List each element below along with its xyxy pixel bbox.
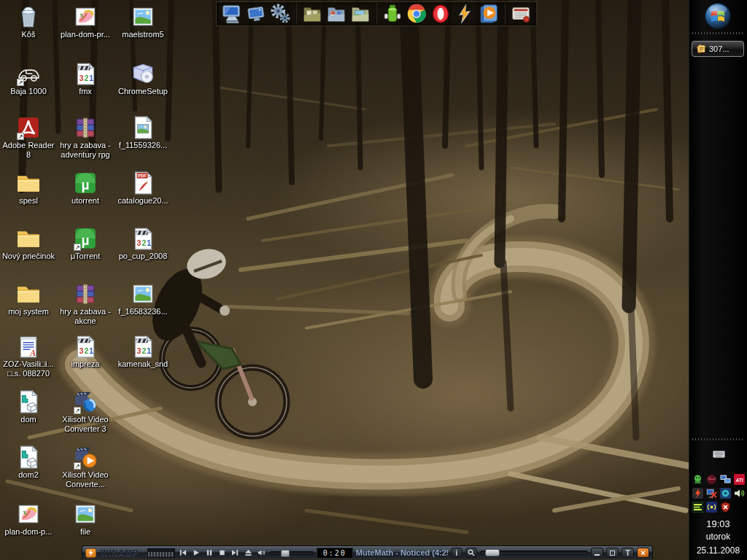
seek-slider[interactable] [480, 551, 588, 555]
start-orb-button[interactable] [704, 2, 732, 30]
desktop-icon-po-cup-2008[interactable]: 321po_cup_2008 [115, 226, 171, 261]
desktop-icon-spesl[interactable]: spesl [0, 171, 57, 206]
volume-slider-handle[interactable] [281, 550, 290, 557]
dock-my-computer-icon[interactable] [221, 3, 243, 25]
svg-text:μ: μ [81, 233, 89, 248]
desktop-icon-file[interactable]: file [57, 502, 114, 537]
always-on-top-button[interactable]: T [622, 548, 634, 558]
folder-icon [16, 281, 41, 306]
desktop-icon-baja-1000[interactable]: ↗Baja 1000 [0, 61, 57, 96]
taskbar-window-label: 307... [709, 44, 729, 53]
desktop-icon-zoz-vasili-i-s-088270[interactable]: AZOZ-Vasili□i... □.s. 088270 [0, 334, 57, 378]
pause-button[interactable] [204, 548, 214, 557]
desktop-icon-f-11559326[interactable]: f_11559326... [115, 115, 171, 150]
folder-icon [16, 171, 41, 195]
elapsed-time-display[interactable]: 0:20 [317, 548, 353, 559]
svg-text:2: 2 [84, 74, 88, 82]
desktop-icon-label: po_cup_2008 [115, 252, 171, 261]
tray-antivirus-icon[interactable] [692, 474, 703, 485]
desktop-icon-label: f_16583236... [115, 307, 171, 316]
winamp-visualizer[interactable] [147, 548, 175, 558]
winrar-icon [73, 281, 98, 306]
desktop-icon-f-16583236[interactable]: f_16583236... [115, 281, 171, 316]
desktop-icon-catalogue20[interactable]: PDFcatalogue20... [115, 171, 171, 206]
dock-control-panel-icon[interactable] [269, 3, 291, 25]
maximize-button[interactable] [606, 548, 619, 558]
stop-button[interactable] [217, 548, 228, 557]
desktop-icon-chromesetup[interactable]: ChromeSetup [115, 61, 171, 96]
desktop-icon-impreza[interactable]: 321impreza [57, 334, 114, 369]
desktop-icon-label: dom2 [0, 470, 57, 480]
seek-slider-handle[interactable] [485, 549, 500, 556]
dock-folder-images-icon[interactable] [349, 3, 371, 25]
dock-chrome-icon[interactable] [406, 3, 427, 25]
dock-green-drink-icon[interactable] [382, 3, 403, 25]
volume-slider[interactable] [270, 551, 314, 555]
desktop-icon-plan-dom-p[interactable]: plan-dom-p... [0, 502, 57, 537]
desktop-icon-kamenak-snd[interactable]: 321kamenak_snd [115, 334, 171, 369]
svg-text:PDF: PDF [138, 174, 147, 178]
tray-security-alert-icon[interactable] [720, 502, 731, 513]
desktop-icon-k[interactable]: Kôš [0, 4, 57, 39]
svg-text:2: 2 [142, 238, 146, 247]
desktop-icon-μtorrent[interactable]: μ↗μTorrent [57, 226, 114, 261]
dock-mail-icon[interactable] [510, 3, 532, 25]
tray-wireless-icon[interactable] [706, 502, 717, 513]
tray-volume-icon[interactable] [734, 488, 745, 499]
play-button[interactable] [191, 548, 201, 557]
image-photo-icon [131, 281, 155, 306]
desktop-icon-hry-a-zabava-adventury-rpg[interactable]: hry a zabava - adventury rpg [57, 115, 114, 160]
desktop-icon-hry-a-zabava-akcne[interactable]: hry a zabava - akcne [57, 281, 114, 326]
dock-opera-icon[interactable] [430, 3, 452, 25]
desktop-icon-label: Baja 1000 [0, 87, 57, 96]
desktop-icon-plan-dom-pr[interactable]: plan-dom-pr... [57, 4, 114, 39]
tray-winamp-agent-icon[interactable] [692, 488, 703, 499]
desktop-icon-adobe-reader-8[interactable]: ↗Adobe Reader 8 [0, 115, 57, 160]
minimize-button[interactable] [591, 548, 603, 558]
image-photo-icon [73, 502, 98, 526]
desktop-icon-dom2[interactable]: dom2 [0, 445, 57, 480]
desktop-icon-dom[interactable]: dom [0, 389, 57, 424]
tray-network-monitors-icon[interactable] [720, 474, 731, 485]
keyboard-layout-icon[interactable] [713, 448, 725, 458]
tray-utorrent-tray-icon[interactable] [720, 488, 731, 499]
next-button[interactable] [231, 548, 241, 557]
wordpad-icon: A [16, 334, 41, 359]
close-button[interactable]: × [637, 548, 649, 558]
taskbar-window-button[interactable]: 307... [692, 41, 744, 57]
image-art-icon [16, 502, 41, 526]
svg-text:ATI: ATI [735, 478, 743, 483]
clock[interactable]: 19:03 [689, 518, 747, 529]
eject-button[interactable] [244, 548, 254, 557]
desktop-icon-label: fmx [57, 87, 114, 96]
desktop-icon-xilisoft-video-converte[interactable]: ↗Xilisoft Video Converte... [57, 445, 114, 489]
tray-battery-meter-icon[interactable] [692, 502, 703, 513]
desktop-icon-utorrent[interactable]: μutorrent [57, 171, 114, 206]
magnifier-icon [468, 549, 475, 556]
desktop-icon-fmx[interactable]: 321fmx [57, 61, 114, 96]
dock-winamp-icon[interactable] [454, 3, 476, 25]
winamp-brand-label[interactable]: WINAMP [99, 548, 144, 557]
vertical-taskbar: 307... ATI 19:03 utorok 25.11.2008 [689, 0, 747, 560]
tray-network-offline-icon[interactable] [706, 488, 717, 499]
volume-speaker-icon[interactable] [257, 548, 267, 557]
dock-display-icon[interactable] [245, 3, 267, 25]
tray-ati-icon[interactable]: ATI [734, 474, 745, 485]
winamp-logo-icon[interactable] [85, 548, 96, 558]
search-button[interactable] [465, 548, 477, 558]
svg-text:1: 1 [89, 346, 93, 355]
previous-button[interactable] [178, 548, 188, 557]
desktop-icon-maelstrom5[interactable]: maelstrom5 [115, 4, 171, 39]
dock-folder-documents-icon[interactable] [301, 3, 323, 25]
desktop-icon-moj-system[interactable]: moj system [0, 281, 57, 316]
track-info-button[interactable]: i [451, 548, 462, 558]
image-art-icon [73, 4, 98, 29]
tray-daemon-tools-icon[interactable] [706, 474, 717, 485]
recycle-bin-icon [16, 4, 41, 29]
model3d-icon [16, 445, 41, 470]
desktop-icon-xilisoft-video-converter-3[interactable]: ↗Xilisoft Video Converter 3 [57, 389, 114, 434]
dock-media-player-icon[interactable] [478, 3, 500, 25]
desktop-icon-nov-prie-inok[interactable]: Nový priečinok [0, 226, 57, 261]
dock-folder-pictures-icon[interactable] [325, 3, 347, 25]
track-title[interactable]: MuteMath - Noticed (4:25) [356, 548, 448, 557]
